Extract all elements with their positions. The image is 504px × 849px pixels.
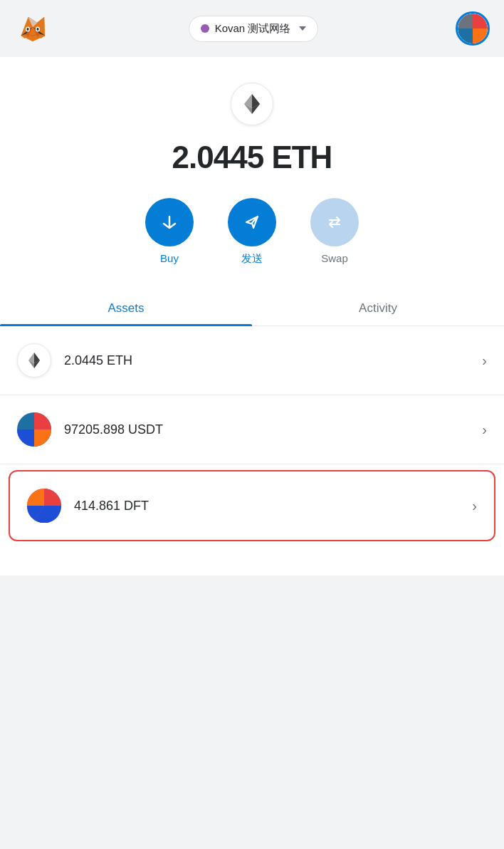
asset-item-usdt[interactable]: 97205.898 USDT › bbox=[0, 395, 504, 464]
eth-amount: 2.0445 ETH bbox=[64, 353, 482, 368]
send-action[interactable]: 发送 bbox=[228, 198, 276, 266]
main-content: 2.0445 ETH Buy 发送 bbox=[0, 57, 504, 575]
tab-bar: Assets Activity bbox=[0, 291, 504, 326]
buy-action[interactable]: Buy bbox=[145, 198, 194, 266]
svg-point-15 bbox=[37, 28, 39, 31]
svg-marker-23 bbox=[34, 353, 40, 363]
dft-amount: 414.861 DFT bbox=[74, 499, 472, 514]
tab-assets[interactable]: Assets bbox=[0, 291, 252, 325]
network-status-dot bbox=[201, 24, 209, 33]
eth-chevron-icon: › bbox=[482, 353, 487, 369]
dft-token-icon bbox=[27, 489, 61, 523]
asset-item-dft[interactable]: 414.861 DFT › bbox=[9, 470, 495, 541]
swap-button[interactable] bbox=[310, 198, 359, 246]
svg-point-14 bbox=[27, 28, 29, 31]
usdt-token-icon bbox=[17, 412, 51, 447]
action-buttons: Buy 发送 Swap bbox=[0, 198, 504, 291]
eth-token-icon bbox=[17, 343, 51, 377]
usdt-chevron-icon: › bbox=[482, 422, 487, 438]
network-selector[interactable]: Kovan 测试网络 bbox=[189, 16, 319, 42]
header: Kovan 测试网络 bbox=[0, 0, 504, 57]
send-label: 发送 bbox=[241, 252, 263, 266]
eth-logo-icon bbox=[231, 83, 273, 125]
send-button[interactable] bbox=[228, 198, 276, 246]
tab-activity[interactable]: Activity bbox=[252, 291, 504, 325]
network-name-label: Kovan 测试网络 bbox=[215, 22, 291, 36]
swap-label: Swap bbox=[321, 252, 348, 264]
metamask-logo bbox=[14, 9, 51, 48]
usdt-amount: 97205.898 USDT bbox=[64, 422, 482, 437]
account-avatar[interactable] bbox=[456, 11, 490, 46]
dft-chevron-icon: › bbox=[472, 498, 477, 514]
token-icon-container bbox=[0, 57, 504, 134]
buy-button[interactable] bbox=[145, 198, 194, 246]
swap-action[interactable]: Swap bbox=[310, 198, 359, 266]
asset-item-eth[interactable]: 2.0445 ETH › bbox=[0, 326, 504, 395]
buy-label: Buy bbox=[160, 252, 179, 264]
chevron-down-icon bbox=[299, 26, 306, 31]
asset-list: 2.0445 ETH › 97205.898 USDT › bbox=[0, 326, 504, 541]
eth-balance: 2.0445 ETH bbox=[0, 134, 504, 198]
